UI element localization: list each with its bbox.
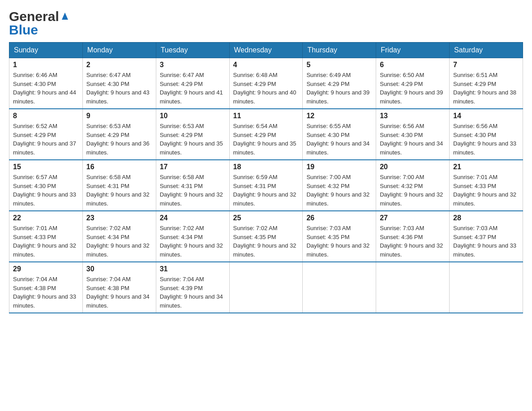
day-number: 4 — [233, 61, 299, 69]
day-number: 16 — [86, 163, 152, 171]
header-wednesday: Wednesday — [229, 43, 303, 58]
calendar-header-row: SundayMondayTuesdayWednesdayThursdayFrid… — [9, 43, 523, 58]
day-number: 13 — [380, 112, 446, 120]
day-number: 21 — [453, 163, 519, 171]
calendar-cell: 27 Sunrise: 7:03 AMSunset: 4:36 PMDaylig… — [376, 211, 450, 262]
day-info: Sunrise: 6:48 AMSunset: 4:29 PMDaylight:… — [233, 72, 296, 105]
calendar-cell: 22 Sunrise: 7:01 AMSunset: 4:33 PMDaylig… — [9, 211, 83, 262]
logo-general: General — [9, 9, 59, 24]
page-header: General Blue — [9, 9, 523, 38]
day-number: 2 — [86, 61, 152, 69]
calendar-cell: 11 Sunrise: 6:54 AMSunset: 4:29 PMDaylig… — [229, 109, 303, 160]
day-number: 6 — [380, 61, 446, 69]
day-number: 9 — [86, 112, 152, 120]
calendar-cell: 2 Sunrise: 6:47 AMSunset: 4:30 PMDayligh… — [82, 58, 156, 109]
calendar-cell: 28 Sunrise: 7:03 AMSunset: 4:37 PMDaylig… — [450, 211, 523, 262]
day-info: Sunrise: 7:03 AMSunset: 4:36 PMDaylight:… — [380, 225, 443, 258]
day-info: Sunrise: 6:50 AMSunset: 4:29 PMDaylight:… — [380, 72, 443, 105]
day-info: Sunrise: 7:02 AMSunset: 4:34 PMDaylight:… — [160, 225, 223, 258]
calendar-cell: 18 Sunrise: 6:59 AMSunset: 4:31 PMDaylig… — [229, 160, 303, 211]
day-number: 26 — [306, 214, 372, 222]
day-info: Sunrise: 6:58 AMSunset: 4:31 PMDaylight:… — [160, 174, 223, 207]
calendar-cell: 8 Sunrise: 6:52 AMSunset: 4:29 PMDayligh… — [9, 109, 83, 160]
day-info: Sunrise: 7:03 AMSunset: 4:37 PMDaylight:… — [453, 225, 516, 258]
day-number: 12 — [306, 112, 372, 120]
calendar-cell: 19 Sunrise: 7:00 AMSunset: 4:32 PMDaylig… — [303, 160, 376, 211]
header-saturday: Saturday — [450, 43, 523, 58]
day-info: Sunrise: 6:53 AMSunset: 4:29 PMDaylight:… — [160, 123, 223, 156]
calendar-cell: 7 Sunrise: 6:51 AMSunset: 4:29 PMDayligh… — [450, 58, 523, 109]
calendar-cell: 24 Sunrise: 7:02 AMSunset: 4:34 PMDaylig… — [156, 211, 229, 262]
day-info: Sunrise: 6:55 AMSunset: 4:30 PMDaylight:… — [306, 123, 369, 156]
calendar-cell: 17 Sunrise: 6:58 AMSunset: 4:31 PMDaylig… — [156, 160, 229, 211]
header-monday: Monday — [82, 43, 156, 58]
header-tuesday: Tuesday — [156, 43, 229, 58]
day-info: Sunrise: 6:56 AMSunset: 4:30 PMDaylight:… — [380, 123, 443, 156]
day-info: Sunrise: 6:57 AMSunset: 4:30 PMDaylight:… — [13, 174, 76, 207]
day-number: 11 — [233, 112, 299, 120]
calendar-cell: 30 Sunrise: 7:04 AMSunset: 4:38 PMDaylig… — [82, 262, 156, 313]
calendar-cell: 9 Sunrise: 6:53 AMSunset: 4:29 PMDayligh… — [82, 109, 156, 160]
day-info: Sunrise: 7:04 AMSunset: 4:38 PMDaylight:… — [86, 276, 150, 309]
day-number: 22 — [13, 214, 79, 222]
header-friday: Friday — [376, 43, 450, 58]
day-number: 8 — [13, 112, 79, 120]
day-number: 30 — [86, 265, 152, 273]
calendar-cell — [229, 262, 303, 313]
day-info: Sunrise: 7:02 AMSunset: 4:35 PMDaylight:… — [233, 225, 296, 258]
day-info: Sunrise: 6:51 AMSunset: 4:29 PMDaylight:… — [453, 72, 516, 105]
calendar-week-row: 1 Sunrise: 6:46 AMSunset: 4:30 PMDayligh… — [9, 58, 523, 109]
logo-arrow-icon — [60, 11, 70, 21]
day-number: 1 — [13, 61, 79, 69]
day-info: Sunrise: 6:47 AMSunset: 4:29 PMDaylight:… — [160, 72, 223, 105]
day-info: Sunrise: 6:47 AMSunset: 4:30 PMDaylight:… — [86, 72, 150, 105]
day-number: 31 — [160, 265, 226, 273]
day-info: Sunrise: 6:59 AMSunset: 4:31 PMDaylight:… — [233, 174, 296, 207]
day-number: 5 — [306, 61, 372, 69]
header-sunday: Sunday — [9, 43, 83, 58]
calendar-cell: 25 Sunrise: 7:02 AMSunset: 4:35 PMDaylig… — [229, 211, 303, 262]
day-number: 17 — [160, 163, 226, 171]
day-number: 29 — [13, 265, 79, 273]
day-number: 3 — [160, 61, 226, 69]
day-info: Sunrise: 7:04 AMSunset: 4:38 PMDaylight:… — [13, 276, 76, 309]
day-info: Sunrise: 7:00 AMSunset: 4:32 PMDaylight:… — [380, 174, 443, 207]
calendar-cell: 23 Sunrise: 7:02 AMSunset: 4:34 PMDaylig… — [82, 211, 156, 262]
logo-area: General Blue — [9, 9, 70, 38]
calendar-cell: 20 Sunrise: 7:00 AMSunset: 4:32 PMDaylig… — [376, 160, 450, 211]
calendar-cell: 15 Sunrise: 6:57 AMSunset: 4:30 PMDaylig… — [9, 160, 83, 211]
calendar-cell — [376, 262, 450, 313]
calendar-cell: 1 Sunrise: 6:46 AMSunset: 4:30 PMDayligh… — [9, 58, 83, 109]
calendar-cell: 12 Sunrise: 6:55 AMSunset: 4:30 PMDaylig… — [303, 109, 376, 160]
day-info: Sunrise: 7:02 AMSunset: 4:34 PMDaylight:… — [86, 225, 150, 258]
day-info: Sunrise: 7:01 AMSunset: 4:33 PMDaylight:… — [453, 174, 516, 207]
calendar-cell: 3 Sunrise: 6:47 AMSunset: 4:29 PMDayligh… — [156, 58, 229, 109]
day-info: Sunrise: 7:03 AMSunset: 4:35 PMDaylight:… — [306, 225, 369, 258]
calendar-week-row: 8 Sunrise: 6:52 AMSunset: 4:29 PMDayligh… — [9, 109, 523, 160]
day-number: 20 — [380, 163, 446, 171]
day-number: 24 — [160, 214, 226, 222]
calendar-cell: 4 Sunrise: 6:48 AMSunset: 4:29 PMDayligh… — [229, 58, 303, 109]
day-number: 14 — [453, 112, 519, 120]
day-number: 27 — [380, 214, 446, 222]
calendar-cell: 13 Sunrise: 6:56 AMSunset: 4:30 PMDaylig… — [376, 109, 450, 160]
day-number: 28 — [453, 214, 519, 222]
calendar-cell: 6 Sunrise: 6:50 AMSunset: 4:29 PMDayligh… — [376, 58, 450, 109]
day-number: 19 — [306, 163, 372, 171]
day-info: Sunrise: 6:58 AMSunset: 4:31 PMDaylight:… — [86, 174, 150, 207]
day-info: Sunrise: 6:52 AMSunset: 4:29 PMDaylight:… — [13, 123, 76, 156]
calendar-cell: 31 Sunrise: 7:04 AMSunset: 4:39 PMDaylig… — [156, 262, 229, 313]
day-info: Sunrise: 6:54 AMSunset: 4:29 PMDaylight:… — [233, 123, 296, 156]
calendar-cell: 21 Sunrise: 7:01 AMSunset: 4:33 PMDaylig… — [450, 160, 523, 211]
calendar-cell: 29 Sunrise: 7:04 AMSunset: 4:38 PMDaylig… — [9, 262, 83, 313]
header-thursday: Thursday — [303, 43, 376, 58]
calendar-cell: 26 Sunrise: 7:03 AMSunset: 4:35 PMDaylig… — [303, 211, 376, 262]
logo-blue: Blue — [9, 22, 38, 38]
day-info: Sunrise: 7:00 AMSunset: 4:32 PMDaylight:… — [306, 174, 369, 207]
day-info: Sunrise: 6:53 AMSunset: 4:29 PMDaylight:… — [86, 123, 150, 156]
calendar-cell: 16 Sunrise: 6:58 AMSunset: 4:31 PMDaylig… — [82, 160, 156, 211]
calendar-cell — [303, 262, 376, 313]
calendar-cell: 5 Sunrise: 6:49 AMSunset: 4:29 PMDayligh… — [303, 58, 376, 109]
day-info: Sunrise: 6:46 AMSunset: 4:30 PMDaylight:… — [13, 72, 76, 105]
day-number: 15 — [13, 163, 79, 171]
